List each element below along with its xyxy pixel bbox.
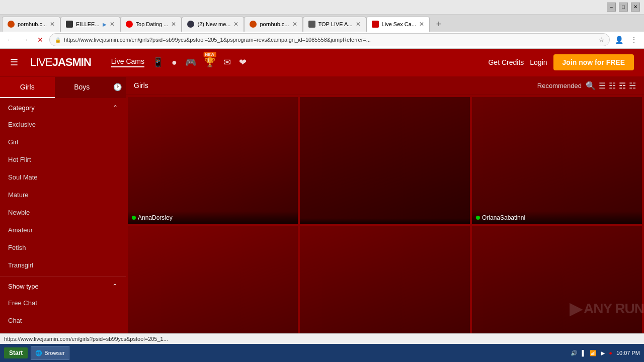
browser-tabs-bar: pornhub.c... ✕ EILLEE... ▶ ✕ Top Dating … [0, 15, 644, 32]
browser-tab[interactable]: pornhub.c... ✕ [244, 17, 302, 32]
performer-card[interactable]: AnnaDorsley [128, 97, 298, 225]
performer-card[interactable]: OrianaSabatinni [472, 97, 642, 225]
tray-icon: ● [609, 350, 612, 356]
header-right: Get Credits Login Join now for FREE [488, 54, 634, 70]
show-type-section-header[interactable]: Show type ⌃ [0, 276, 126, 294]
tab-close-icon[interactable]: ✕ [110, 21, 115, 28]
sidebar-item[interactable]: Girl [0, 133, 126, 151]
maximize-button[interactable]: □ [619, 3, 628, 12]
category-label: Category [8, 104, 35, 112]
taskbar-item[interactable]: 🌐 Browser [31, 346, 69, 360]
performer-name: AnnaDorsley [138, 214, 173, 221]
grid-view-medium-icon[interactable]: ☶ [619, 81, 626, 90]
tab-title: Live Sex Ca... [382, 21, 416, 27]
login-button[interactable]: Login [530, 58, 547, 66]
sidebar-item[interactable]: Hot Flirt [0, 151, 126, 168]
performer-name: OrianaSabatinni [482, 214, 525, 221]
tab-close-icon[interactable]: ✕ [171, 21, 176, 28]
minimize-button[interactable]: – [607, 3, 616, 12]
trophy-icon[interactable]: 🏆 NEW [204, 57, 215, 68]
performer-card[interactable]: GracefulSarah [472, 226, 642, 333]
tab-close-icon[interactable]: ✕ [292, 21, 297, 28]
games-icon[interactable]: 🎮 [185, 57, 196, 68]
browser-tab[interactable]: TOP LIVE A... ✕ [303, 17, 366, 32]
lock-icon: 🔒 [55, 37, 61, 43]
sort-dropdown[interactable]: Recommended [537, 82, 582, 89]
logo-jasmin: JASMIN [52, 56, 91, 68]
favorites-icon[interactable]: ❤ [239, 57, 247, 68]
status-url: https://www.livejasmin.com/en/girls?psid… [4, 336, 168, 342]
tab-close-icon[interactable]: ✕ [356, 21, 361, 28]
tab-favicon [250, 21, 257, 28]
tab-close-icon[interactable]: ✕ [50, 21, 55, 28]
category-section-header[interactable]: Category ⌃ [0, 98, 126, 116]
close-button[interactable]: ✕ [631, 3, 640, 12]
grid-view-small-icon[interactable]: ☷ [609, 81, 616, 90]
grid-view-large-icon[interactable]: ☵ [629, 81, 636, 90]
breadcrumb: Girls [134, 81, 148, 89]
performer-card[interactable] [300, 97, 470, 225]
browser-tab[interactable]: (2) New me... ✕ [182, 17, 244, 32]
system-tray: 🔊 ▌ 📶 ▶ ● 10:07 PM [571, 350, 640, 356]
new-badge-label: NEW [204, 52, 216, 57]
tab-favicon [308, 21, 315, 28]
sidebar-item[interactable]: Newbie [0, 204, 126, 221]
reload-button[interactable]: ✕ [34, 34, 46, 46]
get-credits-link[interactable]: Get Credits [488, 58, 524, 66]
tab-title: pornhub.c... [18, 21, 47, 27]
tab-favicon [126, 21, 133, 28]
sidebar-history-button[interactable]: 🕑 [109, 77, 126, 98]
camera-grid: AnnaDorsley OrianaSabatinn [126, 95, 644, 333]
menu-button[interactable]: ⋮ [628, 34, 640, 46]
taskbar: Start 🌐 Browser 🔊 ▌ 📶 ▶ ● 10:07 PM [0, 344, 644, 362]
browser-titlebar: – □ ✕ [0, 0, 644, 15]
exclusives-icon[interactable]: ● [172, 57, 177, 68]
category-chevron-icon: ⌃ [113, 104, 118, 111]
sidebar-item[interactable]: Chat [0, 312, 126, 329]
performer-card[interactable]: EvaBray [128, 226, 298, 333]
list-view-icon[interactable]: ☰ [599, 81, 606, 90]
sidebar-tab-boys[interactable]: Boys [55, 77, 110, 98]
content-area: Girls Boys 🕑 Category ⌃ Exclusive Girl H… [0, 77, 644, 333]
new-tab-button[interactable]: + [432, 18, 446, 32]
mail-icon[interactable]: ✉ [223, 57, 231, 68]
search-icon[interactable]: 🔍 [586, 81, 596, 90]
site-logo: LIVEJASMIN [30, 56, 91, 69]
sidebar-item[interactable]: Exclusive [0, 116, 126, 133]
bookmark-icon[interactable]: ☆ [599, 36, 604, 43]
browser-status-bar: https://www.livejasmin.com/en/girls?psid… [0, 333, 644, 344]
forward-button[interactable]: → [19, 34, 31, 46]
mobile-icon[interactable]: 📱 [152, 57, 164, 68]
clock: 10:07 PM [616, 350, 640, 356]
online-indicator [476, 216, 480, 220]
sidebar-item[interactable]: Mature [0, 186, 126, 204]
header-nav: Live Cams 📱 ● 🎮 🏆 NEW ✉ ❤ [111, 57, 478, 68]
sidebar: Girls Boys 🕑 Category ⌃ Exclusive Girl H… [0, 77, 126, 333]
sidebar-tab-girls[interactable]: Girls [0, 77, 55, 98]
taskbar-label: Browser [44, 350, 64, 356]
browser-tab[interactable]: pornhub.c... ✕ [2, 17, 60, 32]
profile-button[interactable]: 👤 [613, 34, 625, 46]
sidebar-item[interactable]: Amateur [0, 221, 126, 239]
live-cams-nav-link[interactable]: Live Cams [111, 57, 144, 67]
tab-close-icon[interactable]: ✕ [233, 21, 238, 28]
back-button[interactable]: ← [4, 34, 16, 46]
address-bar[interactable]: 🔒 https://www.livejasmin.com/en/girls?ps… [49, 33, 610, 46]
tab-close-icon[interactable]: ✕ [419, 21, 424, 28]
sidebar-item[interactable]: Free Chat [0, 294, 126, 312]
start-button[interactable]: Start [4, 347, 28, 358]
sidebar-item[interactable]: Transgirl [0, 256, 126, 274]
show-type-chevron-icon: ⌃ [112, 283, 118, 290]
browser-tab[interactable]: EILLEE... ▶ ✕ [60, 17, 120, 32]
hamburger-menu-icon[interactable]: ☰ [10, 57, 18, 68]
join-now-button[interactable]: Join now for FREE [553, 54, 634, 70]
sidebar-item[interactable]: Soul Mate [0, 168, 126, 186]
taskbar-icon: 🌐 [35, 350, 42, 356]
tab-title: pornhub.c... [260, 21, 289, 27]
tab-favicon [372, 21, 379, 28]
sidebar-item[interactable]: Fetish [0, 239, 126, 256]
tab-favicon [187, 21, 194, 28]
performer-card[interactable]: JessEven [300, 226, 470, 333]
browser-tab[interactable]: Top Dating ... ✕ [120, 17, 182, 32]
browser-tab-active[interactable]: Live Sex Ca... ✕ [366, 17, 430, 32]
